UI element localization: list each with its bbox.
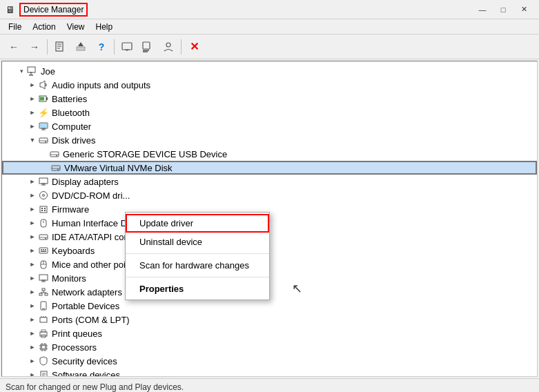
tree-item-processors[interactable]: ► Processors: [2, 340, 537, 354]
help-button[interactable]: ?: [92, 37, 111, 57]
tree-item-security[interactable]: ► Security devices: [2, 354, 537, 368]
title-bar-controls: — □ ✕: [473, 3, 533, 17]
ctx-scan[interactable]: Scan for hardware changes: [126, 256, 269, 275]
expand-keyboards[interactable]: ►: [27, 247, 38, 254]
expand-ide[interactable]: ►: [27, 233, 38, 240]
expand-software[interactable]: ►: [27, 371, 38, 376]
svg-rect-13: [28, 67, 35, 72]
generic-storage-label: Generic STORAGE DEVICE USB Device: [63, 149, 227, 159]
svg-point-34: [57, 168, 59, 170]
svg-point-31: [56, 155, 57, 156]
tree-item-audio[interactable]: ► Audio inputs and outputs: [2, 78, 537, 92]
expand-security[interactable]: ►: [27, 357, 38, 364]
user-button[interactable]: [159, 37, 178, 57]
network-label: Network adapters: [52, 287, 122, 297]
expand-display[interactable]: ►: [27, 178, 38, 185]
tree-item-batteries[interactable]: ► Batteries: [2, 92, 537, 106]
remove-button[interactable]: ✕: [184, 37, 204, 57]
expand-root[interactable]: ▾: [16, 68, 27, 75]
keyboards-label: Keyboards: [52, 246, 95, 256]
tree-item-bluetooth[interactable]: ► ⚡ Bluetooth: [2, 106, 537, 119]
svg-rect-9: [143, 42, 150, 49]
ctx-sep-1: [126, 253, 269, 254]
forward-button[interactable]: →: [25, 37, 44, 57]
svg-point-28: [45, 141, 46, 142]
ctx-update-driver[interactable]: Update driver: [126, 214, 269, 233]
tree-item-generic-storage[interactable]: Generic STORAGE DEVICE USB Device: [2, 147, 537, 161]
scan-button[interactable]: [138, 37, 157, 57]
close-button[interactable]: ✕: [514, 3, 533, 17]
update-driver-toolbar-button[interactable]: [71, 37, 90, 57]
tree-item-dvd[interactable]: ► DVD/CD-ROM dri...: [2, 188, 537, 202]
ctx-uninstall[interactable]: Uninstall device: [126, 233, 269, 251]
software-label: Software devices: [52, 370, 120, 377]
maximize-button[interactable]: □: [493, 3, 513, 17]
svg-rect-41: [40, 206, 47, 213]
diskdrives-icon: [38, 135, 49, 146]
expand-audio[interactable]: ►: [27, 81, 38, 88]
svg-point-39: [40, 192, 48, 199]
menu-action[interactable]: Action: [27, 21, 61, 33]
expand-firmware[interactable]: ►: [27, 206, 38, 213]
tree-item-vmware[interactable]: VMware Virtual NVMe Disk: [2, 161, 537, 175]
properties-button[interactable]: [50, 37, 70, 57]
menu-file[interactable]: File: [3, 21, 27, 33]
expand-dvd[interactable]: ►: [27, 192, 38, 199]
software-icon: [38, 369, 49, 376]
toolbar: ← → ? ✕: [0, 35, 539, 59]
menu-help[interactable]: Help: [90, 21, 119, 33]
ide-icon: [38, 231, 49, 242]
display-icon: [38, 176, 49, 187]
svg-rect-43: [44, 208, 46, 209]
svg-rect-65: [45, 293, 48, 295]
expand-print[interactable]: ►: [27, 330, 38, 337]
expand-ports[interactable]: ►: [27, 316, 38, 323]
bluetooth-icon: ⚡: [38, 107, 49, 118]
expand-bt[interactable]: ►: [27, 109, 38, 116]
expand-monitors[interactable]: ►: [27, 275, 38, 282]
monitors-label: Monitors: [52, 273, 86, 284]
display-devices-button[interactable]: [117, 37, 137, 57]
ctx-sep-2: [126, 277, 269, 277]
tree-root-joe[interactable]: ▾ Joe: [2, 64, 537, 78]
mouse-icon: [38, 259, 49, 270]
svg-marker-17: [40, 81, 45, 89]
vmware-disk-icon: [50, 162, 61, 173]
ctx-properties[interactable]: Properties: [126, 280, 269, 298]
tree-item-portable[interactable]: ► Portable Devices: [2, 299, 537, 313]
dvd-icon: [38, 190, 49, 201]
tree-item-computer[interactable]: ► Computer: [2, 119, 537, 133]
expand-mice[interactable]: ►: [27, 261, 38, 268]
tree-item-software[interactable]: ► Software devices: [2, 368, 537, 376]
svg-rect-32: [52, 166, 60, 170]
svg-rect-52: [41, 249, 42, 251]
svg-rect-51: [39, 248, 48, 253]
expand-portable[interactable]: ►: [27, 302, 38, 309]
tree-item-diskdrives[interactable]: ▼ Disk drives: [2, 133, 537, 147]
svg-rect-64: [39, 293, 42, 295]
portable-icon: [38, 300, 49, 311]
tree-item-display[interactable]: ► Display adapters: [2, 175, 537, 188]
expand-hid[interactable]: ►: [27, 219, 38, 226]
svg-rect-53: [43, 249, 44, 251]
expand-batteries[interactable]: ►: [27, 95, 38, 102]
svg-rect-42: [41, 208, 43, 209]
dvd-label: DVD/CD-ROM dri...: [52, 190, 130, 201]
svg-marker-5: [78, 42, 84, 46]
svg-rect-48: [39, 235, 48, 239]
expand-processors[interactable]: ►: [27, 344, 38, 351]
expand-computer[interactable]: ►: [27, 123, 38, 130]
minimize-button[interactable]: —: [473, 3, 492, 17]
menu-view[interactable]: View: [61, 21, 90, 33]
svg-rect-55: [41, 251, 46, 253]
back-button[interactable]: ←: [4, 37, 23, 57]
ide-label: IDE ATA/ATAPI con...: [52, 232, 137, 242]
storage-icon: [49, 148, 60, 159]
expand-disk[interactable]: ▼: [27, 137, 38, 144]
tree-item-ports[interactable]: ► Ports (COM & LPT): [2, 313, 537, 326]
svg-rect-54: [45, 249, 46, 251]
svg-rect-89: [41, 371, 47, 377]
processor-icon: [38, 342, 49, 353]
tree-item-print[interactable]: ► Print queues: [2, 326, 537, 340]
expand-network[interactable]: ►: [27, 288, 38, 295]
